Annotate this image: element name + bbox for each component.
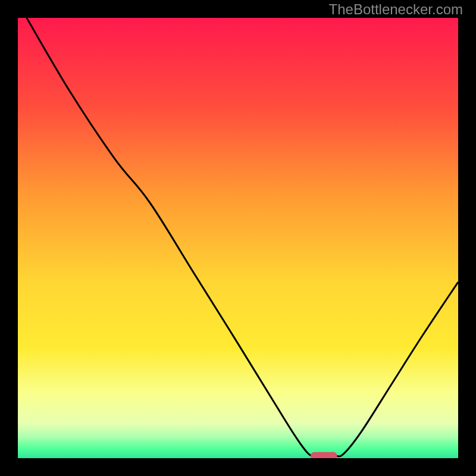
optimal-marker — [311, 452, 337, 458]
chart-container: TheBottlenecker.com — [0, 0, 476, 476]
watermark-text: TheBottlenecker.com — [329, 1, 463, 18]
chart-svg — [18, 18, 458, 458]
plot-area — [18, 18, 458, 458]
gradient-background — [18, 18, 458, 458]
